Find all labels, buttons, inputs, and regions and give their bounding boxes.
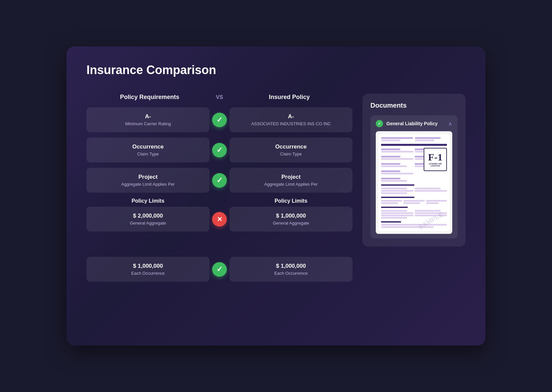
status-each-occurrence: [209, 262, 229, 277]
req-general-aggregate-main: $ 2,000,000: [93, 213, 203, 219]
req-general-aggregate: $ 2,000,000 General Aggregate: [86, 207, 209, 232]
documents-title: Documents: [370, 102, 458, 109]
ins-general-aggregate: $ 1,000,000 General Aggregate: [229, 207, 352, 232]
row-claim-type: Occurrence Claim Type Occurrence Claim T…: [86, 138, 352, 162]
document-preview: F-1 ACADEMIC ANDLANGUAGE: [376, 131, 452, 234]
doc-preview-inner: F-1 ACADEMIC ANDLANGUAGE: [378, 134, 450, 231]
doc-check-icon: [376, 120, 383, 127]
row-carrier-rating: A- Minimum Carrier Rating A- ASSOCIATED …: [86, 107, 352, 132]
doc-expand-icon[interactable]: ∧: [448, 121, 452, 127]
req-aggregate-limit-sub: Aggregate Limit Applies Per: [93, 182, 203, 187]
req-aggregate-limit-main: Project: [93, 174, 203, 180]
status-carrier-rating: [209, 113, 229, 127]
req-each-occurrence: $ 1,000,000 Each Occurrence: [86, 257, 209, 282]
req-carrier-rating: A- Minimum Carrier Rating: [86, 107, 209, 132]
policy-requirements-header: Policy Requirements: [90, 94, 209, 101]
document-name: General Liability Policy: [386, 121, 438, 126]
insurance-comparison-card: Insurance Comparison Policy Requirements…: [67, 47, 485, 345]
ins-each-occurrence-main: $ 1,000,000: [236, 263, 346, 269]
document-header: General Liability Policy ∧: [376, 120, 452, 127]
req-each-occurrence-main: $ 1,000,000: [93, 263, 203, 269]
comparison-header: Policy Requirements VS Insured Policy: [86, 94, 352, 101]
vs-label: VS: [209, 94, 229, 100]
page-title: Insurance Comparison: [86, 63, 466, 77]
status-aggregate-limit: [209, 173, 229, 188]
ins-each-occurrence: $ 1,000,000 Each Occurrence: [229, 257, 352, 282]
check-icon-aggregate-limit: [212, 173, 227, 188]
ins-carrier-rating-main: A-: [236, 113, 346, 120]
status-claim-type: [209, 143, 229, 157]
ins-claim-type-main: Occurrence: [236, 144, 346, 150]
req-claim-type-main: Occurrence: [93, 144, 203, 150]
check-icon-claim-type: [212, 143, 227, 157]
req-carrier-rating-main: A-: [93, 113, 203, 120]
ins-carrier-rating-sub: ASSOCIATED INDUSTRIES INS CO INC: [236, 121, 346, 126]
policy-limits-label-row: Policy Limits Policy Limits: [86, 198, 352, 204]
ins-carrier-rating: A- ASSOCIATED INDUSTRIES INS CO INC: [229, 107, 352, 132]
ins-policy-limits-label: Policy Limits: [229, 198, 352, 204]
ins-aggregate-limit: Project Aggregate Limit Applies Per: [229, 168, 352, 193]
req-each-occurrence-sub: Each Occurrence: [93, 271, 203, 276]
req-aggregate-limit: Project Aggregate Limit Applies Per: [86, 168, 209, 193]
spacer: [86, 237, 352, 257]
row-aggregate-limit: Project Aggregate Limit Applies Per Proj…: [86, 168, 352, 193]
ins-general-aggregate-main: $ 1,000,000: [236, 213, 346, 219]
ins-claim-type-sub: Claim Type: [236, 151, 346, 156]
row-general-aggregate: $ 2,000,000 General Aggregate $ 1,000,00…: [86, 207, 352, 232]
cross-icon-general-aggregate: [212, 212, 227, 227]
comparison-section: Policy Requirements VS Insured Policy A-…: [86, 94, 352, 287]
req-carrier-rating-sub: Minimum Carrier Rating: [93, 121, 203, 126]
ins-aggregate-limit-sub: Aggregate Limit Applies Per: [236, 182, 346, 187]
insured-policy-header: Insured Policy: [229, 94, 349, 101]
ins-general-aggregate-sub: General Aggregate: [236, 221, 346, 226]
req-general-aggregate-sub: General Aggregate: [93, 221, 203, 226]
ins-each-occurrence-sub: Each Occurrence: [236, 271, 346, 276]
check-icon-each-occurrence: [212, 262, 227, 277]
documents-panel: Documents General Liability Policy ∧: [362, 94, 466, 246]
check-icon-carrier-rating: [212, 113, 227, 127]
main-content: Policy Requirements VS Insured Policy A-…: [86, 94, 466, 287]
ins-claim-type: Occurrence Claim Type: [229, 138, 352, 162]
row-each-occurrence: $ 1,000,000 Each Occurrence $ 1,000,000 …: [86, 257, 352, 282]
status-general-aggregate: [209, 212, 229, 227]
req-claim-type: Occurrence Claim Type: [86, 138, 209, 162]
req-policy-limits-label: Policy Limits: [86, 198, 209, 204]
ins-aggregate-limit-main: Project: [236, 174, 346, 180]
document-item-general-liability: General Liability Policy ∧: [370, 115, 458, 239]
req-claim-type-sub: Claim Type: [93, 151, 203, 156]
